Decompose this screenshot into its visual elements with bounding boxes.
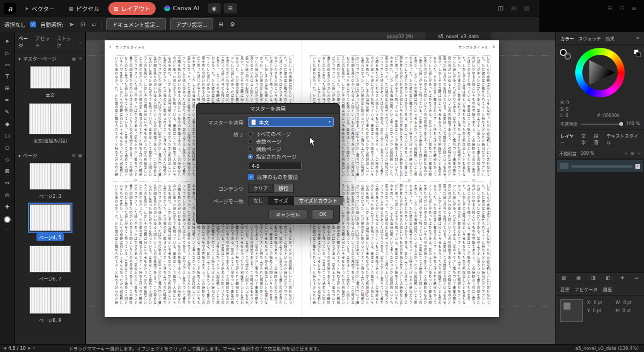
gear-icon[interactable]: ⚙ xyxy=(229,21,236,28)
layer-menu-icon[interactable]: ≡ xyxy=(634,275,639,281)
vector-crop-tool[interactable]: ✂ xyxy=(2,178,13,187)
mask-layer-icon[interactable]: ◨ xyxy=(591,275,596,281)
delete-page-icon[interactable]: ▣ xyxy=(78,153,82,158)
master-dropdown[interactable]: 本文 ▾ xyxy=(248,117,334,127)
content-clear-button[interactable]: クリア xyxy=(248,184,273,193)
tab-stock[interactable]: ストック xyxy=(56,35,74,49)
page-item-4-5[interactable]: ページ4, 5 xyxy=(15,204,85,241)
fill-color-indicator[interactable] xyxy=(4,216,11,223)
tab-paragraph[interactable]: 段落 xyxy=(594,132,602,145)
hardware-icon[interactable]: ▥ xyxy=(524,5,530,12)
text-flow-marker[interactable] xyxy=(266,293,268,296)
text-flow-marker[interactable] xyxy=(408,179,411,182)
tab-history[interactable]: 履歴 xyxy=(603,286,612,292)
add-layer-icon[interactable]: ▦ xyxy=(561,275,566,281)
grid-options-button[interactable]: ⊞ xyxy=(224,3,237,13)
radio-odd-pages[interactable]: 奇数ページ xyxy=(248,138,302,145)
persona-vector[interactable]: ➤ ベクター xyxy=(19,2,60,15)
group-layers-icon[interactable]: ▣ xyxy=(576,275,581,281)
tab-pages[interactable]: ページ xyxy=(18,35,32,49)
cursor-mode-icon[interactable]: ➤ xyxy=(68,21,75,28)
prev-page-icon[interactable]: ◀ xyxy=(3,346,6,350)
ok-button[interactable]: OK xyxy=(312,210,334,219)
next-page-icon[interactable]: ▶ xyxy=(28,346,31,350)
snapshot-icon[interactable]: ⊟ xyxy=(608,5,612,32)
opacity-slider[interactable] xyxy=(581,124,623,125)
persona-canva-ai[interactable]: Canva AI xyxy=(159,3,204,14)
frame-text-tool[interactable]: ▭ xyxy=(2,60,13,69)
tab-assets[interactable]: アセット xyxy=(35,35,53,49)
page-item-6-7[interactable]: ページ6, 7 xyxy=(15,246,85,282)
new-layer-icon[interactable]: ✚ xyxy=(620,275,625,281)
layers-opacity-value[interactable]: 100 % xyxy=(581,151,594,156)
panel-menu-icon[interactable]: ≡ xyxy=(636,35,640,41)
move-tool[interactable]: ➤ xyxy=(2,37,13,45)
fill-tool[interactable]: ◆ xyxy=(2,119,13,128)
page-item-2-3[interactable]: ページ2, 3 xyxy=(15,163,85,199)
node-tool[interactable]: ▷ xyxy=(2,48,13,57)
doc-tab-active[interactable]: a5_novel_v3_data xyxy=(426,32,491,40)
export-icon[interactable]: ◫ xyxy=(498,5,503,12)
resources-icon[interactable]: ▤ xyxy=(511,5,516,12)
document-settings-button[interactable]: ドキュメント設定... xyxy=(106,18,165,31)
pages-section-header[interactable]: ▾ ページ ⊞ ▣ xyxy=(15,149,85,161)
tab-swatches[interactable]: スウォッチ xyxy=(579,35,602,41)
tab-text-styles[interactable]: テキストスタイル xyxy=(606,132,640,145)
page-item-8-9[interactable]: ページ8, 9 xyxy=(15,287,85,324)
tab-navigator[interactable]: ナビゲータ xyxy=(575,286,598,292)
cancel-button[interactable]: キャンセル xyxy=(268,210,308,219)
view-tool[interactable]: ✚ xyxy=(2,202,13,211)
ellipse-tool[interactable]: ○ xyxy=(2,143,13,152)
more-tools-icon[interactable]: ⋯ xyxy=(5,226,10,232)
w-value[interactable]: 0 pt xyxy=(623,300,632,305)
hex-value[interactable]: #: 000000 xyxy=(597,113,619,118)
grid-settings-icon[interactable]: ⊞ xyxy=(217,21,224,28)
page-menu-icon[interactable]: ▾ xyxy=(33,346,35,350)
window-menu-icon[interactable]: ≡ xyxy=(632,5,636,32)
table-tool[interactable]: ⊞ xyxy=(2,84,13,92)
match-size-count-button[interactable]: サイズとカウント xyxy=(294,196,343,205)
layer-row-spread[interactable]: ✓ xyxy=(557,160,643,172)
tab-color[interactable]: カラー xyxy=(560,35,574,41)
master-item-honbun[interactable]: 本文 xyxy=(15,66,85,98)
text-flow-marker[interactable] xyxy=(365,293,368,296)
zoom-tool[interactable]: ◎ xyxy=(2,190,13,199)
app-settings-button[interactable]: アプリ設定... xyxy=(170,18,213,31)
y-value[interactable]: 0 pt xyxy=(593,308,602,313)
layers-menu-icon[interactable]: ≡ xyxy=(637,151,641,156)
black-swatch[interactable] xyxy=(636,52,641,57)
text-flow-marker[interactable] xyxy=(472,179,475,182)
color-wheel[interactable] xyxy=(575,48,625,97)
text-flow-marker[interactable] xyxy=(134,179,137,182)
marquee-mode-icon[interactable]: ⊡ xyxy=(79,21,86,28)
place-button[interactable]: ◉ xyxy=(208,3,221,13)
panel-menu-icon[interactable]: ⌄ xyxy=(78,39,82,45)
match-size-button[interactable]: サイズ xyxy=(268,196,294,205)
fill-color-well[interactable] xyxy=(565,53,571,60)
doc-tab-master[interactable]: pppp02 (M) xyxy=(374,32,426,40)
match-none-button[interactable]: なし xyxy=(248,196,268,205)
persona-pixel[interactable]: ▦ ピクセル xyxy=(63,2,105,15)
pen-tool[interactable]: ✒ xyxy=(2,96,13,104)
radio-specified-pages[interactable]: 指定されたページ xyxy=(248,153,302,160)
tab-character[interactable]: 文字 xyxy=(581,132,590,145)
edit-master-icon[interactable]: ▣ xyxy=(72,56,76,61)
page-range-input[interactable]: 4-5 xyxy=(248,162,302,170)
studio-preset-icon[interactable]: ⊡ xyxy=(620,5,625,32)
pencil-tool[interactable]: ✎ xyxy=(2,107,13,116)
h-value[interactable]: 0 pt xyxy=(623,308,631,313)
rectangle-tool[interactable]: □ xyxy=(2,131,13,140)
tab-effects[interactable]: 効果 xyxy=(605,35,614,41)
opacity-slider-knob[interactable] xyxy=(619,122,623,126)
shape-tool[interactable]: ◇ xyxy=(2,155,13,163)
layer-visibility-checkbox[interactable]: ✓ xyxy=(635,164,640,169)
adjustment-layer-icon[interactable]: ◧ xyxy=(605,275,610,281)
radio-even-pages[interactable]: 偶数ページ xyxy=(248,145,302,153)
auto-select-checkbox[interactable]: ✓ xyxy=(30,21,36,27)
artistic-text-tool[interactable]: T xyxy=(2,72,13,81)
layer-filter-icon[interactable]: ⊞ xyxy=(631,151,634,156)
persona-layout[interactable]: ▥ レイアウト xyxy=(108,2,156,15)
tab-transform[interactable]: 変更 xyxy=(560,286,569,292)
replace-existing-checkbox-row[interactable]: ✓ 既存のものを置換 xyxy=(248,173,302,181)
content-migrate-button[interactable]: 移行 xyxy=(273,184,294,193)
